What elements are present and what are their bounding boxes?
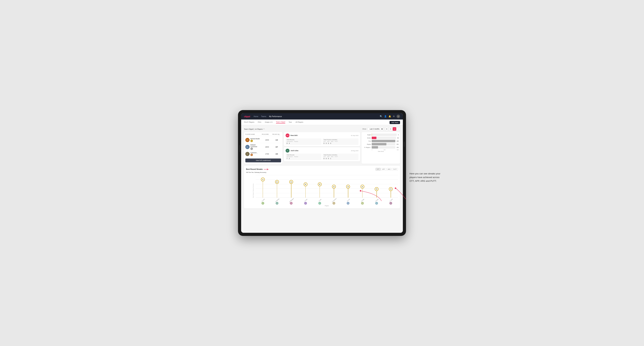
rounds-stat: Total Rounds Tournament Practice 8 4 xyxy=(286,138,322,145)
bell-icon[interactable]: 🔔 xyxy=(388,115,391,118)
streaks-players: 7x E. Ewert E 6x B. McHerg B 6x D. Billi… xyxy=(256,175,398,198)
table-row: RB Richard Butler 1 19/20 110 xyxy=(245,137,281,143)
subnav-teamclippd[interactable]: Team Clippd xyxy=(276,121,285,124)
bar-chart-title: Total Shots xyxy=(363,151,399,152)
player-avatar-small: B xyxy=(347,202,350,205)
player-info: C Cameron... 3 xyxy=(245,152,262,156)
player-score: 18/20 xyxy=(262,146,272,148)
subnav-right: Add Team xyxy=(390,121,400,124)
bar-label: Pars xyxy=(363,141,371,142)
player-count: 14 Players xyxy=(255,128,263,130)
player-card: RB Rees Britt 02 Sep 2023 Total Rounds T… xyxy=(284,132,360,146)
player-name: Josh Coles xyxy=(290,150,298,152)
bar-fill xyxy=(372,146,378,149)
leaderboard-card: PLAYER NAME PB SCORE PB AVG SQ RB Richar… xyxy=(244,132,282,164)
bar-label: Bogeys xyxy=(363,144,371,145)
practice-sublabels: OTT APP ARG PUTT xyxy=(324,156,357,157)
avatar: C xyxy=(245,152,250,156)
streak-player-col: 4x E. Crossman E xyxy=(327,175,341,198)
filter-putt[interactable]: PUTT xyxy=(392,168,398,171)
avatar: RB xyxy=(245,138,250,142)
player-name-row: JC Josh Coles xyxy=(286,149,298,153)
streak-dot: 4x xyxy=(332,185,336,188)
bar-value: 3 xyxy=(398,134,399,135)
add-team-button[interactable]: Add Team xyxy=(390,121,400,124)
player-avatar: JC xyxy=(286,149,290,153)
player-avatar-small: E xyxy=(262,202,264,205)
streak-line xyxy=(277,181,277,198)
player-avatar-small: M xyxy=(361,202,364,205)
bar-track xyxy=(372,140,395,142)
subnav-hcaps[interactable]: Hcaps 1-5 xyxy=(265,121,272,123)
nav-teams[interactable]: Teams xyxy=(261,116,266,117)
rounds-title: Total Rounds xyxy=(287,154,320,156)
view-grid-btn[interactable]: ⊞ xyxy=(385,127,388,131)
player-name-label: M. Miller xyxy=(361,198,364,202)
period-select[interactable]: Last 3 months xyxy=(368,127,384,131)
team-title: Team Clippd | 14 Players ✏ xyxy=(244,128,265,130)
arg-label: ARG xyxy=(331,141,334,142)
filter-arg[interactable]: ARG xyxy=(386,168,392,171)
app-logo: clippd xyxy=(244,115,250,118)
streak-dot: 3x xyxy=(375,187,378,191)
player-cards: RB Rees Britt 02 Sep 2023 Total Rounds T… xyxy=(284,132,360,164)
practice-sublabels: OTT APP ARG PUTT xyxy=(324,141,357,142)
view-list-btn[interactable]: ↕ xyxy=(396,127,400,131)
nav-home[interactable]: Home xyxy=(254,116,258,117)
bar-track xyxy=(372,143,395,145)
three-col-layout: PLAYER NAME PB SCORE PB AVG SQ RB Richar… xyxy=(244,132,400,164)
subnav-pgat[interactable]: PGAT Players xyxy=(244,121,254,123)
edit-icon[interactable]: ✏ xyxy=(264,128,265,130)
bar-value: 311 xyxy=(396,144,399,145)
person-icon[interactable]: 👤 xyxy=(384,115,387,118)
streak-dot: 6x xyxy=(275,180,279,184)
xaxis-label-400: 400 xyxy=(397,149,399,151)
player-stats: Total Rounds Tournament Practice 7 2 xyxy=(286,154,358,160)
streak-line xyxy=(263,179,263,198)
streak-dot: 7x xyxy=(261,177,265,181)
player-avatar-small: D xyxy=(290,202,292,205)
player-stats: Total Rounds Tournament Practice 8 4 xyxy=(286,138,358,145)
subnav-tour[interactable]: Tour xyxy=(289,121,292,123)
view-card-btn[interactable]: ◫ xyxy=(393,127,396,131)
rounds-stat: Total Rounds Tournament Practice 7 2 xyxy=(286,154,322,160)
bar-track xyxy=(372,134,397,136)
rank-badge: 2 xyxy=(250,148,253,150)
player-info: RB Richard Butler 1 xyxy=(245,138,262,142)
main-content: Team Clippd | 14 Players ✏ Show Last 3 m… xyxy=(241,125,403,233)
bar-chart-xaxis: 0 200 400 xyxy=(363,149,399,151)
annotation: Here you can see streaks your players ha… xyxy=(410,172,444,183)
tournament-val: 7 xyxy=(287,158,288,159)
streaks-header: Best Round Streaks OTT APP ARG PUTT xyxy=(246,168,398,171)
search-icon[interactable]: 🔍 xyxy=(380,115,382,118)
streak-player-col: 4x B. Ford B xyxy=(341,175,355,198)
player-avatar-small: J xyxy=(304,202,307,205)
view-leaderboard-button[interactable]: View Full Leaderboard xyxy=(245,159,281,162)
settings-icon[interactable]: ⚙ xyxy=(393,115,395,118)
player-avatar-small: B xyxy=(276,202,278,205)
card-header: RB Rees Britt 02 Sep 2023 xyxy=(286,134,358,137)
bar-fill xyxy=(372,143,386,145)
player-score: 17/20 xyxy=(262,153,272,155)
nav-myperformance[interactable]: My Performance xyxy=(269,116,282,117)
subnav-allplayers[interactable]: All Players xyxy=(296,121,303,123)
practice-values: 0 0 0 1 xyxy=(324,158,357,159)
player-score: 19/20 xyxy=(262,139,272,141)
streaks-title: Best Round Streaks xyxy=(246,168,263,170)
player-avatar-small: E xyxy=(332,202,335,205)
view-table-btn[interactable]: ⊟ xyxy=(389,127,392,131)
practice-stat: Total Practice Activities OTT APP ARG PU… xyxy=(322,138,358,145)
streak-player-col: 3x R. Butler R xyxy=(370,175,384,198)
avatar[interactable]: U xyxy=(396,115,400,118)
subnav: PGAT Players PGA Hcaps 1-5 Team Clippd T… xyxy=(241,120,403,125)
filter-app[interactable]: APP xyxy=(381,168,386,171)
filter-ott[interactable]: OTT xyxy=(376,168,380,171)
xaxis-label-200: 200 xyxy=(384,149,386,151)
putt-label: PUTT xyxy=(335,141,338,142)
player-date: 02 Sep 2023 xyxy=(351,135,358,136)
player-name: Richard Butler xyxy=(250,138,260,140)
subnav-pga[interactable]: PGA xyxy=(258,121,261,123)
bar-row: Eagles 3 xyxy=(363,134,399,136)
player-name-label: J. Coles xyxy=(304,199,308,202)
player-name-label: C. Quick xyxy=(390,198,393,202)
